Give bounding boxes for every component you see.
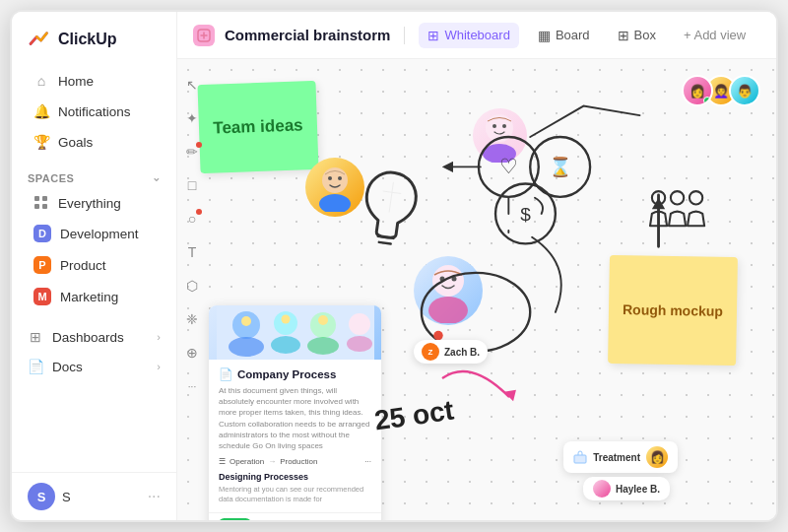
- sticky-note-green[interactable]: Team ideas: [197, 81, 318, 173]
- sidebar-item-dashboards[interactable]: ⊞ Dashboards ›: [12, 322, 176, 352]
- svg-point-7: [328, 176, 332, 180]
- tool-hand[interactable]: ✦: [180, 106, 204, 130]
- svg-point-13: [486, 114, 513, 142]
- goals-label: Goals: [58, 135, 93, 150]
- svg-rect-2: [34, 204, 39, 209]
- zach-avatar: Z: [422, 343, 439, 361]
- project-title: Commercial brainstorm: [225, 27, 390, 43]
- zach-badge: Z Zach B.: [414, 340, 488, 364]
- svg-marker-23: [652, 198, 665, 209]
- svg-marker-24: [504, 390, 516, 401]
- sidebar-item-development[interactable]: D Development: [18, 219, 170, 248]
- sidebar-item-product[interactable]: P Product: [18, 250, 170, 280]
- user-menu-dots[interactable]: ···: [148, 488, 161, 505]
- whiteboard-tab-icon: ⊞: [427, 28, 439, 43]
- svg-point-40: [349, 313, 370, 335]
- pen-active-dot: [196, 142, 202, 148]
- date-annotation: 25 oct: [372, 395, 456, 437]
- whiteboard-canvas[interactable]: ↖ ✦ ✏ □ ○ T ⬡ ❈ ⊕ ··· Team ideas Rough m…: [177, 59, 776, 520]
- haylee-badge: Haylee B.: [583, 477, 670, 500]
- dashboards-chevron: ›: [157, 331, 161, 343]
- tool-cursor[interactable]: ↖: [180, 73, 204, 97]
- board-tab-icon: ▦: [538, 28, 551, 43]
- person-photo-3: [473, 108, 527, 163]
- tool-globe[interactable]: ⊕: [180, 341, 204, 365]
- tool-text[interactable]: T: [180, 240, 204, 264]
- docs-chevron: ›: [157, 361, 161, 372]
- tool-connector[interactable]: ⬡: [180, 274, 204, 298]
- process-card-subtext: Mentoring at you can see our recommended…: [219, 485, 371, 504]
- process-card-body: 📄 Company Process At this document given…: [209, 360, 381, 512]
- sidebar-item-goals[interactable]: 🏆 Goals: [18, 127, 170, 157]
- sidebar-item-notifications[interactable]: 🔔 Notifications: [18, 97, 170, 126]
- collaborator-avatar-1: 👩: [682, 75, 713, 106]
- development-label: Development: [60, 227, 139, 241]
- process-card-subtitle: Designing Processes: [219, 472, 371, 482]
- haylee-avatar: [593, 480, 611, 498]
- avatar-online-dot: [703, 97, 711, 104]
- process-card-title: 📄 Company Process: [219, 367, 371, 381]
- tool-more[interactable]: ···: [180, 374, 204, 398]
- tab-box[interactable]: ⊞ Box: [609, 23, 665, 48]
- tool-square[interactable]: □: [180, 173, 204, 197]
- svg-point-8: [338, 176, 342, 180]
- tool-transform[interactable]: ❈: [180, 307, 204, 331]
- product-label: Product: [60, 258, 106, 273]
- header-divider: [404, 27, 405, 44]
- clickup-icon: [28, 28, 51, 51]
- process-card-footer: Label 1 Nov 7st, 2021-17:26 Launch →: [209, 512, 381, 520]
- svg-text:⌛: ⌛: [549, 156, 572, 178]
- card-date: Nov 7st, 2021-17:26: [257, 519, 328, 520]
- svg-rect-3: [42, 204, 47, 209]
- marketing-label: Marketing: [60, 290, 118, 304]
- svg-point-12: [451, 276, 456, 281]
- process-card[interactable]: 📄 Company Process At this document given…: [209, 305, 381, 520]
- svg-point-19: [530, 137, 590, 197]
- card-status-label: Label 1: [219, 518, 251, 520]
- sidebar-item-marketing[interactable]: M Marketing: [18, 282, 170, 311]
- development-dot: D: [33, 225, 51, 242]
- circle-active-dot: [196, 209, 202, 215]
- process-card-flow: ☰ Operation → Production ···: [219, 457, 371, 466]
- add-view-button[interactable]: + Add view: [675, 23, 755, 47]
- home-label: Home: [58, 74, 94, 89]
- process-card-image: [209, 305, 381, 360]
- svg-point-10: [428, 297, 468, 323]
- svg-point-28: [671, 191, 684, 204]
- tool-pen[interactable]: ✏: [180, 140, 204, 164]
- card-launch: Launch →: [333, 519, 371, 520]
- svg-point-41: [347, 336, 372, 352]
- goals-icon: 🏆: [33, 134, 49, 150]
- svg-point-32: [229, 337, 264, 357]
- sticky-note-yellow[interactable]: Rough mockup: [608, 255, 738, 366]
- sidebar-logo[interactable]: ClickUp: [12, 12, 176, 61]
- svg-point-6: [319, 194, 351, 212]
- svg-point-16: [502, 124, 506, 128]
- sidebar-item-home[interactable]: ⌂ Home: [18, 66, 170, 96]
- main-content: Commercial brainstorm ⊞ Whiteboard ▦ Boa…: [177, 12, 776, 520]
- bell-icon: 🔔: [33, 103, 49, 119]
- tab-board[interactable]: ▦ Board: [529, 23, 599, 48]
- collaborator-avatar-3: 👨: [729, 75, 760, 106]
- svg-point-14: [483, 144, 516, 163]
- avatar-cluster: 👩 👩‍🦱 👨: [682, 75, 760, 106]
- dashboard-icon: ⊞: [28, 329, 43, 345]
- svg-point-9: [432, 265, 464, 297]
- sidebar-item-everything[interactable]: Everything: [18, 189, 170, 217]
- tab-whiteboard[interactable]: ⊞ Whiteboard: [419, 23, 518, 48]
- sidebar-item-docs[interactable]: 📄 Docs ›: [12, 352, 176, 381]
- svg-point-33: [241, 316, 251, 326]
- spaces-section-label: Spaces ⌄: [12, 162, 176, 188]
- svg-point-35: [271, 336, 300, 354]
- svg-rect-1: [42, 196, 47, 201]
- marketing-dot: M: [33, 288, 51, 305]
- whiteboard-toolbar: ↖ ✦ ✏ □ ○ T ⬡ ❈ ⊕ ···: [177, 59, 207, 520]
- user-avatar-row[interactable]: S S ···: [12, 472, 176, 520]
- svg-rect-0: [34, 196, 39, 201]
- notifications-label: Notifications: [58, 104, 131, 119]
- svg-point-11: [439, 276, 444, 281]
- box-tab-icon: ⊞: [618, 28, 629, 43]
- tool-circle[interactable]: ○: [180, 207, 204, 231]
- sidebar-nav: ⌂ Home 🔔 Notifications 🏆 Goals: [12, 61, 176, 162]
- svg-point-15: [492, 124, 496, 128]
